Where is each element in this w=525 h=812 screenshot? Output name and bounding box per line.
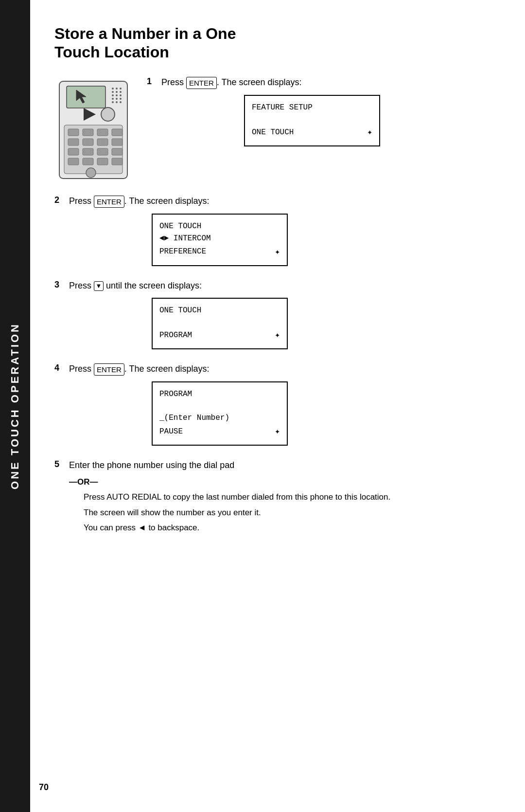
svg-point-15 (112, 101, 114, 103)
svg-rect-29 (68, 148, 79, 155)
svg-rect-34 (83, 158, 93, 165)
screen2-symbol: ✦ (275, 245, 280, 259)
svg-rect-30 (83, 148, 93, 155)
step-3: 3 Press ▼ until the screen displays: ONE… (54, 280, 496, 350)
phone-image (54, 76, 132, 185)
step3-text: Press ▼ until the screen displays: (69, 280, 202, 292)
step3-number: 3 (54, 280, 63, 290)
step1-text: Press ENTER. The screen displays: (161, 76, 302, 89)
screen-2: ONE TOUCH ◄► INTERCOM PREFERENCE ✦ (152, 214, 288, 266)
screen4-line4: PAUSE (159, 426, 183, 438)
screen2-row3: PREFERENCE ✦ (159, 245, 280, 259)
step1-line: 1 Press ENTER. The screen displays: (147, 76, 496, 89)
step-4: 4 Press ENTER. The screen displays: PROG… (54, 363, 496, 446)
sidebar-label: ONE TOUCH OPERATION (9, 323, 21, 489)
enter-key-1: ENTER (186, 77, 217, 89)
or-label: —OR— (69, 477, 98, 487)
screen1-line1: FEATURE SETUP (252, 102, 313, 114)
screen4-line1: PROGRAM (159, 388, 192, 401)
step1-content: 1 Press ENTER. The screen displays: FEAT… (147, 76, 496, 160)
step2-line: 2 Press ENTER. The screen displays: (54, 195, 496, 208)
svg-point-6 (112, 91, 114, 93)
sidebar: ONE TOUCH OPERATION (0, 0, 30, 812)
step4-line: 4 Press ENTER. The screen displays: (54, 363, 496, 376)
screen4-symbol: ✦ (275, 425, 280, 439)
svg-rect-36 (112, 158, 122, 165)
screen1-empty (252, 114, 372, 126)
svg-point-37 (86, 168, 96, 178)
svg-point-18 (101, 108, 115, 121)
step5-main-text: Enter the phone number using the dial pa… (69, 459, 234, 471)
svg-point-17 (120, 101, 122, 103)
svg-rect-27 (97, 139, 108, 145)
top-section: 1 Press ENTER. The screen displays: FEAT… (54, 76, 496, 185)
screen3-row1: ONE TOUCH (159, 305, 280, 317)
step-2: 2 Press ENTER. The screen displays: ONE … (54, 195, 496, 266)
screen1-row1: FEATURE SETUP (252, 102, 372, 114)
step2-number: 2 (54, 195, 63, 205)
svg-point-7 (116, 91, 118, 93)
auto-redial-key: AUTO REDIAL (106, 492, 161, 502)
enter-key-4: ENTER (94, 363, 124, 376)
svg-point-8 (120, 91, 122, 93)
svg-rect-35 (97, 158, 108, 165)
screen3-line1: ONE TOUCH (159, 305, 201, 317)
screen4-row1: PROGRAM (159, 388, 280, 401)
screen-3: ONE TOUCH PROGRAM ✦ (152, 298, 288, 349)
svg-point-5 (120, 88, 122, 90)
or-divider: —OR— (69, 477, 496, 487)
svg-rect-26 (83, 139, 93, 145)
step-1: 1 Press ENTER. The screen displays: FEAT… (147, 76, 496, 146)
svg-rect-25 (68, 139, 79, 145)
svg-point-4 (116, 88, 118, 90)
step3-line: 3 Press ▼ until the screen displays: (54, 280, 496, 292)
screen2-line2: ◄► INTERCOM (159, 233, 211, 245)
screen1-line3: ONE TOUCH (252, 126, 294, 139)
svg-point-13 (116, 98, 118, 100)
svg-rect-24 (112, 129, 122, 136)
step-5: 5 Enter the phone number using the dial … (54, 459, 496, 534)
svg-rect-28 (112, 139, 122, 145)
screen3-row3: PROGRAM ✦ (159, 328, 280, 343)
svg-rect-32 (112, 148, 122, 155)
svg-rect-22 (83, 129, 93, 136)
screen3-symbol: ✦ (275, 328, 280, 343)
screen-4: PROGRAM _(Enter Number) PAUSE ✦ (152, 381, 288, 446)
screen4-line3: _(Enter Number) (159, 412, 229, 425)
svg-point-3 (112, 88, 114, 90)
step4-number: 4 (54, 363, 63, 373)
screen-1: FEATURE SETUP ONE TOUCH ✦ (244, 95, 380, 146)
screen2-row1: ONE TOUCH (159, 220, 280, 233)
screen2-line1: ONE TOUCH (159, 220, 201, 233)
step5-para3: You can press ◄ to backspace. (84, 522, 496, 534)
svg-point-10 (116, 94, 118, 96)
main-content: Store a Number in a One Touch Location (30, 0, 525, 812)
screen2-line3: PREFERENCE (159, 246, 206, 258)
screen1-symbol: ✦ (367, 126, 372, 140)
step5-line: 5 Enter the phone number using the dial … (54, 459, 496, 471)
screen3-line3: PROGRAM (159, 329, 192, 342)
svg-rect-33 (68, 158, 79, 165)
screen2-row2: ◄► INTERCOM (159, 233, 280, 245)
screen4-empty (159, 400, 280, 412)
step5-number: 5 (54, 459, 63, 469)
svg-rect-21 (68, 129, 79, 136)
step2-text: Press ENTER. The screen displays: (69, 195, 210, 208)
step5-para2: The screen will show the number as you e… (84, 506, 496, 519)
step5-para1: Press AUTO REDIAL to copy the last numbe… (84, 491, 496, 504)
enter-key-2: ENTER (94, 196, 124, 208)
step5-indented: —OR— Press AUTO REDIAL to copy the last … (69, 477, 496, 534)
step1-number: 1 (147, 76, 156, 87)
screen4-row4: PAUSE ✦ (159, 425, 280, 439)
svg-point-12 (112, 98, 114, 100)
screen4-row3: _(Enter Number) (159, 412, 280, 425)
svg-point-11 (120, 94, 122, 96)
step4-text: Press ENTER. The screen displays: (69, 363, 210, 376)
page-title: Store a Number in a One Touch Location (54, 24, 496, 62)
svg-point-14 (120, 98, 122, 100)
page-number: 70 (39, 782, 49, 793)
down-nav-key: ▼ (94, 281, 104, 291)
or-section: —OR— (69, 477, 496, 487)
svg-point-16 (116, 101, 118, 103)
screen3-empty (159, 317, 280, 328)
